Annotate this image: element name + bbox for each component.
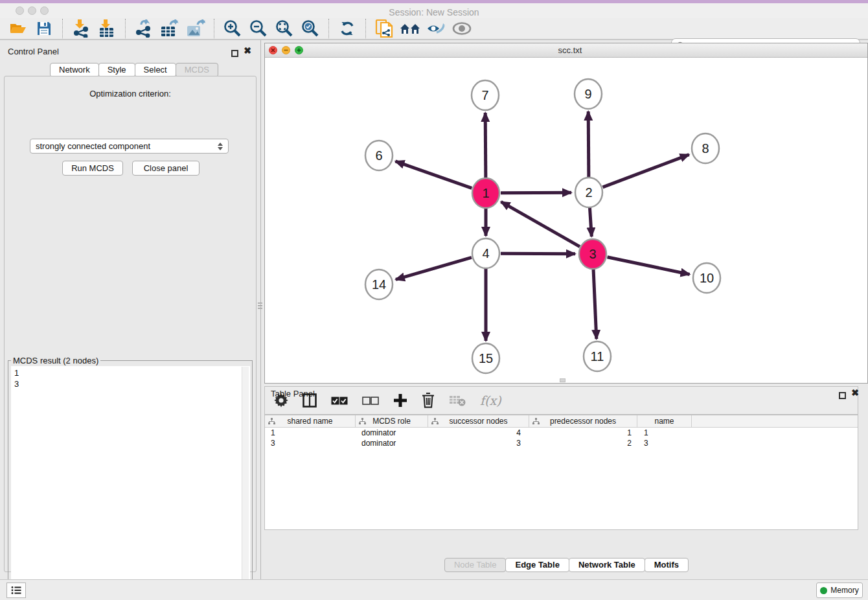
table-cell[interactable]: 1 bbox=[265, 428, 356, 438]
run-mcds-button[interactable]: Run MCDS bbox=[62, 161, 123, 176]
graph-edge-1-6[interactable] bbox=[395, 161, 472, 188]
table-cell[interactable]: 1 bbox=[637, 428, 692, 438]
table-row[interactable]: 1dominator411 bbox=[265, 428, 858, 438]
control-panel: Control Panel ✖ NetworkStyleSelectMCDS O… bbox=[0, 40, 261, 579]
export-network-icon[interactable] bbox=[131, 19, 157, 38]
network-window-title: scc.txt bbox=[269, 45, 868, 55]
panel-divider-grip[interactable] bbox=[258, 298, 262, 314]
graph-node-11[interactable]: 11 bbox=[584, 341, 611, 371]
node-table: shared nameMCDS rolesuccessor nodesprede… bbox=[264, 415, 858, 530]
control-panel-title: Control Panel bbox=[8, 47, 59, 56]
graph-edge-2-3[interactable] bbox=[589, 207, 591, 237]
table-panel-title: Table Panel bbox=[271, 389, 315, 398]
tab-network[interactable]: Network bbox=[50, 63, 99, 77]
memory-status-icon bbox=[820, 587, 827, 594]
graph-edge-4-14[interactable] bbox=[396, 257, 472, 279]
delete-table-icon[interactable] bbox=[449, 395, 466, 406]
graph-edge-1-2[interactable] bbox=[501, 192, 571, 193]
graph-node-6[interactable]: 6 bbox=[365, 141, 393, 170]
graph-node-4[interactable]: 4 bbox=[472, 238, 499, 268]
refresh-icon[interactable] bbox=[334, 19, 360, 38]
table-close-panel-icon[interactable]: ✖ bbox=[851, 389, 859, 397]
column-header-successor-nodes[interactable]: successor nodes bbox=[428, 415, 529, 427]
select-stepper-icon bbox=[218, 143, 223, 150]
duplicate-network-icon[interactable] bbox=[371, 19, 397, 38]
column-header-name[interactable]: name bbox=[637, 415, 692, 427]
table-float-panel-icon[interactable] bbox=[839, 390, 846, 402]
node-label: 10 bbox=[700, 271, 714, 285]
tab-select[interactable]: Select bbox=[135, 63, 176, 77]
graph-node-15[interactable]: 15 bbox=[472, 343, 499, 373]
save-session-icon[interactable] bbox=[31, 19, 57, 38]
toolbar-separator bbox=[365, 19, 366, 38]
table-cell[interactable]: 2 bbox=[529, 438, 637, 448]
graph-node-14[interactable]: 14 bbox=[365, 270, 393, 299]
deselect-all-checkboxes-icon[interactable] bbox=[362, 397, 379, 405]
graph-node-8[interactable]: 8 bbox=[692, 133, 719, 163]
hide-graphics-details-icon[interactable] bbox=[423, 19, 449, 38]
delete-column-trash-icon[interactable] bbox=[422, 393, 435, 408]
table-cell[interactable]: 3 bbox=[265, 438, 356, 448]
optimization-criterion-select[interactable]: strongly connected component bbox=[30, 139, 229, 154]
column-header-shared-name[interactable]: shared name bbox=[265, 415, 356, 427]
canvas-scroll-grip[interactable] bbox=[560, 378, 565, 382]
window-title: Session: New Session bbox=[0, 7, 868, 17]
graph-edge-2-8[interactable] bbox=[603, 155, 689, 187]
graph-edge-2-9[interactable] bbox=[588, 111, 589, 178]
export-table-icon[interactable] bbox=[157, 19, 183, 38]
table-cell[interactable]: 4 bbox=[428, 428, 529, 438]
graph-node-3[interactable]: 3 bbox=[579, 239, 606, 269]
column-header-predecessor-nodes[interactable]: predecessor nodes bbox=[529, 415, 637, 427]
graph-edge-1-7[interactable] bbox=[485, 113, 486, 178]
tab-edge-table[interactable]: Edge Table bbox=[505, 558, 569, 572]
table-row[interactable]: 3dominator323 bbox=[265, 438, 858, 448]
network-view-window: scc.txt 7968124314101511 bbox=[264, 43, 868, 384]
memory-button[interactable]: Memory bbox=[816, 583, 863, 598]
table-cell[interactable]: dominator bbox=[356, 438, 428, 448]
result-scrollbar[interactable] bbox=[242, 367, 249, 600]
table-cell[interactable]: dominator bbox=[356, 428, 428, 438]
close-panel-button[interactable]: Close panel bbox=[132, 161, 200, 176]
show-graphics-details-icon[interactable] bbox=[449, 19, 475, 38]
table-cell[interactable]: 3 bbox=[637, 438, 692, 448]
zoom-fit-icon[interactable] bbox=[271, 19, 297, 38]
import-table-icon[interactable] bbox=[94, 19, 120, 38]
zoom-selected-icon[interactable] bbox=[297, 19, 323, 38]
tab-style[interactable]: Style bbox=[98, 63, 135, 77]
table-cell[interactable]: 1 bbox=[529, 428, 637, 438]
network-canvas[interactable]: 7968124314101511 bbox=[265, 58, 867, 383]
mcds-result-text[interactable]: 1 3 bbox=[11, 366, 250, 600]
tab-mcds[interactable]: MCDS bbox=[176, 63, 218, 77]
graph-node-2[interactable]: 2 bbox=[575, 178, 602, 207]
node-label: 15 bbox=[479, 351, 493, 365]
node-label: 4 bbox=[482, 246, 489, 260]
table-cell[interactable]: 3 bbox=[428, 438, 529, 448]
graph-node-9[interactable]: 9 bbox=[575, 79, 602, 109]
graph-node-7[interactable]: 7 bbox=[472, 80, 499, 110]
toolbar-separator bbox=[125, 19, 126, 38]
float-panel-icon[interactable] bbox=[231, 48, 238, 60]
table-tabs: Node TableEdge TableNetwork TableMotifs bbox=[264, 558, 868, 572]
graph-edge-3-10[interactable] bbox=[608, 257, 690, 275]
tab-node-table[interactable]: Node Table bbox=[444, 558, 507, 572]
first-neighbors-icon[interactable] bbox=[397, 19, 423, 38]
node-label: 6 bbox=[375, 148, 382, 163]
column-header-MCDS-role[interactable]: MCDS role bbox=[356, 415, 428, 427]
graph-edge-3-11[interactable] bbox=[593, 269, 597, 339]
graph-edge-4-3[interactable] bbox=[501, 253, 575, 254]
add-column-icon[interactable] bbox=[393, 393, 407, 408]
graph-node-10[interactable]: 10 bbox=[693, 263, 720, 293]
export-image-icon[interactable] bbox=[183, 19, 209, 38]
select-all-checkboxes-icon[interactable] bbox=[331, 397, 348, 405]
tab-network-table[interactable]: Network Table bbox=[569, 558, 645, 572]
function-builder-icon[interactable]: f(x) bbox=[480, 393, 501, 408]
zoom-in-icon[interactable] bbox=[220, 19, 246, 38]
close-panel-icon[interactable]: ✖ bbox=[244, 47, 251, 54]
import-network-icon[interactable] bbox=[68, 19, 94, 38]
zoom-out-icon[interactable] bbox=[246, 19, 271, 38]
graph-edge-3-1[interactable] bbox=[501, 202, 580, 246]
tab-motifs[interactable]: Motifs bbox=[645, 558, 689, 572]
open-session-icon[interactable] bbox=[5, 19, 31, 38]
task-history-button[interactable] bbox=[6, 583, 26, 598]
graph-node-1[interactable]: 1 bbox=[472, 178, 499, 208]
